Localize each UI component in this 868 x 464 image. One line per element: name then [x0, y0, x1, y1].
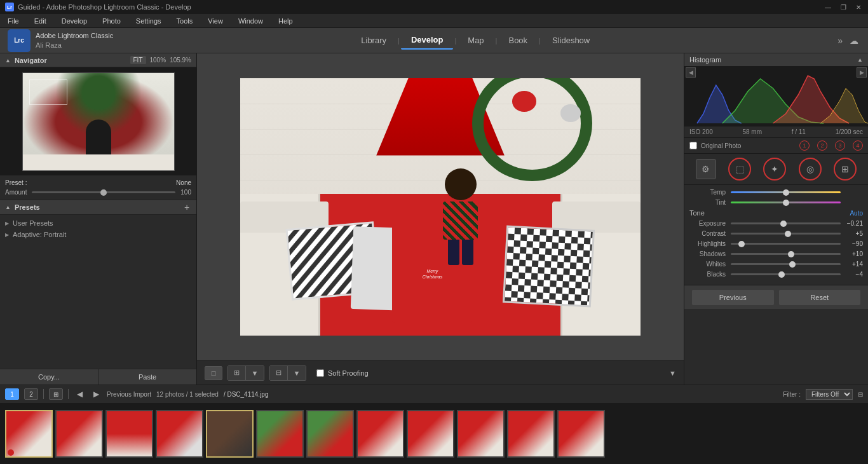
- menu-edit[interactable]: Edit: [32, 16, 49, 26]
- close-button[interactable]: ✕: [854, 3, 863, 11]
- view-mode-dropdown-button[interactable]: ▼: [246, 366, 264, 380]
- tab-slideshow[interactable]: Slideshow: [542, 32, 600, 49]
- cloud-sync-icon[interactable]: ☁: [848, 34, 860, 47]
- copy-button[interactable]: Copy...: [0, 369, 98, 385]
- navigator-header[interactable]: ▲ Navigator FIT 100% 105.9%: [0, 53, 196, 67]
- heal-tool-button[interactable]: ✦: [763, 158, 786, 181]
- blacks-slider[interactable]: [731, 273, 841, 275]
- blacks-slider-thumb[interactable]: [778, 271, 785, 278]
- page-1-button[interactable]: 1: [5, 388, 19, 400]
- amount-slider[interactable]: [32, 191, 175, 193]
- tab-develop[interactable]: Develop: [401, 31, 454, 50]
- pick-flag: [8, 449, 14, 456]
- filter-tool-button[interactable]: ⚙: [696, 159, 716, 179]
- film-thumb-4[interactable]: [156, 410, 203, 458]
- step-1-button[interactable]: 1: [799, 140, 810, 151]
- menu-file[interactable]: File: [5, 16, 22, 26]
- eye-tool-button[interactable]: ◎: [799, 158, 822, 181]
- film-thumb-8[interactable]: [356, 410, 404, 458]
- reset-button[interactable]: Reset: [779, 290, 861, 305]
- previous-button[interactable]: Previous: [692, 290, 774, 305]
- soft-proofing-checkbox[interactable]: [316, 369, 324, 377]
- window-title: Guided - Adobe Photoshop Lightroom Class…: [18, 3, 191, 11]
- film-thumb-9[interactable]: [407, 410, 454, 458]
- menu-view[interactable]: View: [205, 16, 226, 26]
- preset-group-user[interactable]: ▶ User Presets: [0, 217, 196, 229]
- presets-add-button[interactable]: +: [182, 203, 191, 212]
- tab-library[interactable]: Library: [351, 32, 397, 49]
- auto-button[interactable]: Auto: [850, 210, 863, 217]
- photo-content: MerryChristmas: [240, 78, 641, 336]
- menu-help[interactable]: Help: [276, 16, 295, 26]
- view-group-before-after: ⊞ ▼: [227, 365, 264, 381]
- view-normal-button[interactable]: □: [205, 366, 222, 380]
- histogram-clipping-highlights-button[interactable]: ▶: [857, 67, 867, 78]
- selected-file[interactable]: / DSC_4114.jpg: [224, 391, 269, 398]
- film-thumb-10[interactable]: [457, 410, 505, 458]
- menu-window[interactable]: Window: [236, 16, 266, 26]
- preset-group-adaptive[interactable]: ▶ Adaptive: Portrait: [0, 229, 196, 240]
- film-thumb-7[interactable]: [306, 410, 354, 458]
- whites-slider-thumb[interactable]: [789, 261, 796, 268]
- film-thumb-3[interactable]: [105, 410, 153, 458]
- temp-slider[interactable]: [731, 191, 841, 193]
- grid-tool-button[interactable]: ⊞: [834, 158, 857, 181]
- shadows-slider-thumb[interactable]: [788, 251, 794, 257]
- bottom-bar-expand-icon[interactable]: ▼: [669, 369, 676, 377]
- filmstrip-bar: 1 2 ⊞ ◀ ▶ Previous Import 12 photos / 1 …: [0, 385, 868, 404]
- film-thumb-1[interactable]: [5, 410, 53, 458]
- navigator-zoom2[interactable]: 105.9%: [170, 57, 191, 64]
- amount-slider-thumb[interactable]: [100, 189, 107, 196]
- expand-modules-icon[interactable]: »: [837, 36, 843, 46]
- menu-develop[interactable]: Develop: [59, 16, 90, 26]
- contrast-slider-thumb[interactable]: [785, 231, 791, 237]
- view-extra-dropdown-button[interactable]: ▼: [288, 366, 306, 380]
- app-name: Adobe Lightroom Classic: [36, 31, 113, 40]
- film-thumb-11[interactable]: [507, 410, 555, 458]
- navigator-fit-button[interactable]: FIT: [130, 56, 146, 64]
- whites-row: Whites +14: [689, 261, 863, 268]
- exposure-slider[interactable]: [731, 222, 841, 224]
- menu-settings[interactable]: Settings: [133, 16, 164, 26]
- film-thumb-5[interactable]: [206, 410, 254, 458]
- contrast-slider[interactable]: [731, 233, 841, 235]
- titlebar-controls[interactable]: — ❐ ✕: [824, 3, 863, 11]
- preset-value[interactable]: None: [176, 179, 191, 186]
- view-before-after-button[interactable]: ⊞: [228, 366, 246, 380]
- step-3-button[interactable]: 3: [835, 140, 845, 151]
- histogram-header[interactable]: Histogram ▲: [684, 53, 868, 66]
- tint-slider[interactable]: [731, 201, 841, 203]
- menu-photo[interactable]: Photo: [100, 16, 123, 26]
- filmstrip-grid-button[interactable]: ⊞: [49, 388, 63, 400]
- paste-button[interactable]: Paste: [98, 369, 196, 385]
- original-photo-checkbox[interactable]: [689, 142, 697, 149]
- film-thumb-2[interactable]: [55, 410, 103, 458]
- menu-tools[interactable]: Tools: [174, 16, 196, 26]
- tab-book[interactable]: Book: [498, 32, 538, 49]
- filter-extra-icon[interactable]: ⊟: [858, 391, 863, 398]
- whites-slider[interactable]: [731, 263, 841, 265]
- tint-slider-thumb[interactable]: [783, 200, 789, 206]
- film-thumb-12[interactable]: [557, 410, 605, 458]
- filter-icon: ⚙: [702, 164, 710, 174]
- step-4-button[interactable]: 4: [853, 140, 863, 151]
- shadows-slider[interactable]: [731, 253, 841, 255]
- maximize-button[interactable]: ❐: [839, 3, 848, 11]
- crop-tool-button[interactable]: ⬚: [728, 158, 751, 181]
- filmstrip-back-button[interactable]: ◀: [74, 388, 85, 400]
- view-extra-button[interactable]: ⊟: [270, 366, 288, 380]
- film-thumb-6[interactable]: [256, 410, 304, 458]
- highlights-slider[interactable]: [731, 243, 841, 245]
- filmstrip-forward-button[interactable]: ▶: [90, 388, 102, 400]
- temp-slider-thumb[interactable]: [783, 189, 789, 196]
- minimize-button[interactable]: —: [824, 3, 832, 11]
- filter-select[interactable]: Filters Off: [806, 389, 853, 400]
- histogram-clipping-shadows-button[interactable]: ◀: [686, 67, 696, 78]
- tab-map[interactable]: Map: [458, 32, 494, 49]
- exposure-slider-thumb[interactable]: [780, 221, 787, 227]
- navigator-zoom1[interactable]: 100%: [150, 57, 166, 64]
- highlights-slider-thumb[interactable]: [738, 241, 745, 247]
- presets-header[interactable]: ▲ Presets +: [0, 200, 196, 215]
- page-2-button[interactable]: 2: [24, 388, 38, 400]
- step-2-button[interactable]: 2: [817, 140, 827, 151]
